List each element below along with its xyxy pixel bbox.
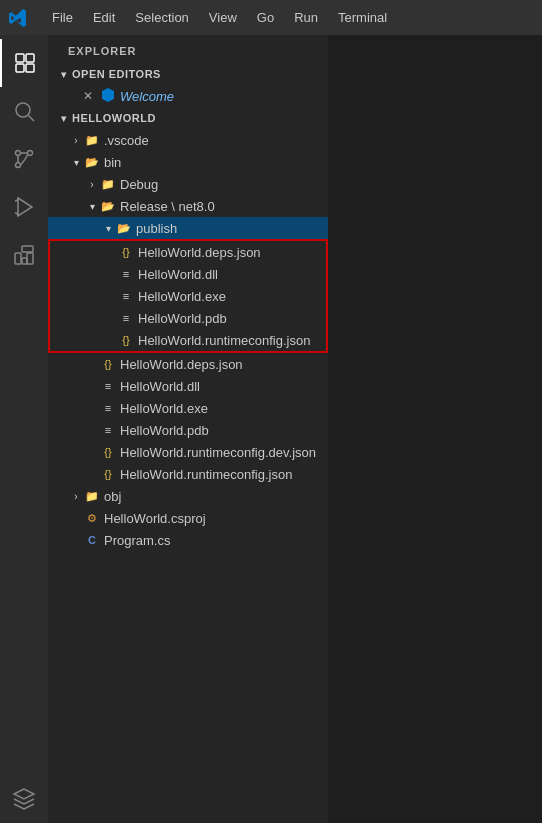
obj-label: obj — [104, 489, 121, 504]
activity-extensions[interactable] — [0, 231, 48, 279]
sidebar: EXPLORER ▾ OPEN EDITORS ✕ Welcome ▾ — [48, 35, 328, 823]
main-layout: EXPLORER ▾ OPEN EDITORS ✕ Welcome ▾ — [0, 35, 542, 823]
menu-terminal[interactable]: Terminal — [330, 6, 395, 29]
folder-icon: 📂 — [84, 154, 100, 170]
svg-rect-12 — [27, 253, 33, 264]
runtimeconfig-dev-label: HelloWorld.runtimeconfig.dev.json — [120, 445, 316, 460]
chevron-right-icon: › — [68, 132, 84, 148]
file-tree[interactable]: ▾ OPEN EDITORS ✕ Welcome ▾ HELLOWORLD — [48, 63, 328, 823]
exe-icon: ≡ — [118, 288, 134, 304]
chevron-down-icon: ▾ — [56, 66, 72, 82]
folder-vscode[interactable]: › 📁 .vscode — [48, 129, 328, 151]
folder-obj[interactable]: › 📁 obj — [48, 485, 328, 507]
chevron-right-icon: › — [68, 488, 84, 504]
file-runtimeconfig-dev[interactable]: {} HelloWorld.runtimeconfig.dev.json — [48, 441, 328, 463]
release-label: Release \ net8.0 — [120, 199, 215, 214]
open-editors-label: OPEN EDITORS — [72, 68, 161, 80]
menu-selection[interactable]: Selection — [127, 6, 196, 29]
exe-icon: ≡ — [100, 400, 116, 416]
cs-icon: C — [84, 532, 100, 548]
activity-bar — [0, 35, 48, 823]
activity-source-control[interactable] — [0, 135, 48, 183]
file-deps-json-publish[interactable]: {} HelloWorld.deps.json — [50, 241, 326, 263]
dll-icon: ≡ — [100, 378, 116, 394]
activity-search[interactable] — [0, 87, 48, 135]
close-icon[interactable]: ✕ — [80, 88, 96, 104]
exe-publish-label: HelloWorld.exe — [138, 289, 226, 304]
activity-accounts[interactable] — [0, 775, 48, 823]
file-runtimeconfig-publish[interactable]: {} HelloWorld.runtimeconfig.json — [50, 329, 326, 351]
chevron-down-icon: ▾ — [56, 110, 72, 126]
activity-run-debug[interactable] — [0, 183, 48, 231]
file-exe-release[interactable]: ≡ HelloWorld.exe — [48, 397, 328, 419]
svg-rect-2 — [16, 64, 24, 72]
vscode-label: .vscode — [104, 133, 149, 148]
dll-icon: ≡ — [118, 266, 134, 282]
exe-release-label: HelloWorld.exe — [120, 401, 208, 416]
svg-rect-10 — [15, 253, 21, 264]
csproj-icon: ⚙ — [84, 510, 100, 526]
dll-publish-label: HelloWorld.dll — [138, 267, 218, 282]
pdb-publish-label: HelloWorld.pdb — [138, 311, 227, 326]
menu-run[interactable]: Run — [286, 6, 326, 29]
explorer-header: EXPLORER — [48, 35, 328, 63]
deps-json-release-label: HelloWorld.deps.json — [120, 357, 243, 372]
svg-rect-13 — [22, 258, 27, 264]
svg-point-7 — [28, 151, 33, 156]
pdb-icon: ≡ — [100, 422, 116, 438]
folder-publish[interactable]: ▾ 📂 publish — [48, 217, 328, 239]
file-pdb-release[interactable]: ≡ HelloWorld.pdb — [48, 419, 328, 441]
file-program-cs[interactable]: C Program.cs — [48, 529, 328, 551]
folder-icon: 📂 — [100, 198, 116, 214]
section-open-editors[interactable]: ▾ OPEN EDITORS — [48, 63, 328, 85]
program-cs-label: Program.cs — [104, 533, 170, 548]
menu-go[interactable]: Go — [249, 6, 282, 29]
highlighted-group: {} HelloWorld.deps.json ≡ HelloWorld.dll… — [48, 239, 328, 353]
svg-marker-9 — [18, 198, 32, 216]
svg-point-4 — [16, 103, 30, 117]
chevron-down-icon: ▾ — [84, 198, 100, 214]
csproj-label: HelloWorld.csproj — [104, 511, 206, 526]
file-deps-json-release[interactable]: {} HelloWorld.deps.json — [48, 353, 328, 375]
section-helloworld[interactable]: ▾ HELLOWORLD — [48, 107, 328, 129]
editor-area — [328, 35, 542, 823]
folder-release-net8[interactable]: ▾ 📂 Release \ net8.0 — [48, 195, 328, 217]
json-icon: {} — [118, 332, 134, 348]
svg-rect-1 — [26, 54, 34, 62]
svg-rect-0 — [16, 54, 24, 62]
activity-explorer[interactable] — [0, 39, 48, 87]
file-exe-publish[interactable]: ≡ HelloWorld.exe — [50, 285, 326, 307]
file-pdb-publish[interactable]: ≡ HelloWorld.pdb — [50, 307, 326, 329]
menu-file[interactable]: File — [44, 6, 81, 29]
file-csproj[interactable]: ⚙ HelloWorld.csproj — [48, 507, 328, 529]
menu-view[interactable]: View — [201, 6, 245, 29]
deps-json-publish-label: HelloWorld.deps.json — [138, 245, 261, 260]
folder-debug[interactable]: › 📁 Debug — [48, 173, 328, 195]
open-editor-welcome[interactable]: ✕ Welcome — [48, 85, 328, 107]
folder-icon: 📁 — [100, 176, 116, 192]
folder-icon: 📁 — [84, 132, 100, 148]
svg-rect-11 — [22, 246, 33, 252]
chevron-down-icon: ▾ — [68, 154, 84, 170]
pdb-icon: ≡ — [118, 310, 134, 326]
file-dll-release[interactable]: ≡ HelloWorld.dll — [48, 375, 328, 397]
svg-point-8 — [16, 151, 21, 156]
publish-label: publish — [136, 221, 177, 236]
svg-line-5 — [29, 116, 35, 122]
vscode-file-icon — [100, 87, 116, 103]
runtimeconfig-release-label: HelloWorld.runtimeconfig.json — [120, 467, 292, 482]
debug-label: Debug — [120, 177, 158, 192]
svg-point-6 — [16, 163, 21, 168]
json-icon: {} — [100, 356, 116, 372]
folder-icon: 📁 — [84, 488, 100, 504]
menu-edit[interactable]: Edit — [85, 6, 123, 29]
json-icon: {} — [100, 466, 116, 482]
json-icon: {} — [100, 444, 116, 460]
pdb-release-label: HelloWorld.pdb — [120, 423, 209, 438]
dll-release-label: HelloWorld.dll — [120, 379, 200, 394]
file-runtimeconfig-release[interactable]: {} HelloWorld.runtimeconfig.json — [48, 463, 328, 485]
folder-bin[interactable]: ▾ 📂 bin — [48, 151, 328, 173]
file-dll-publish[interactable]: ≡ HelloWorld.dll — [50, 263, 326, 285]
chevron-right-icon: › — [84, 176, 100, 192]
titlebar: File Edit Selection View Go Run Terminal — [0, 0, 542, 35]
